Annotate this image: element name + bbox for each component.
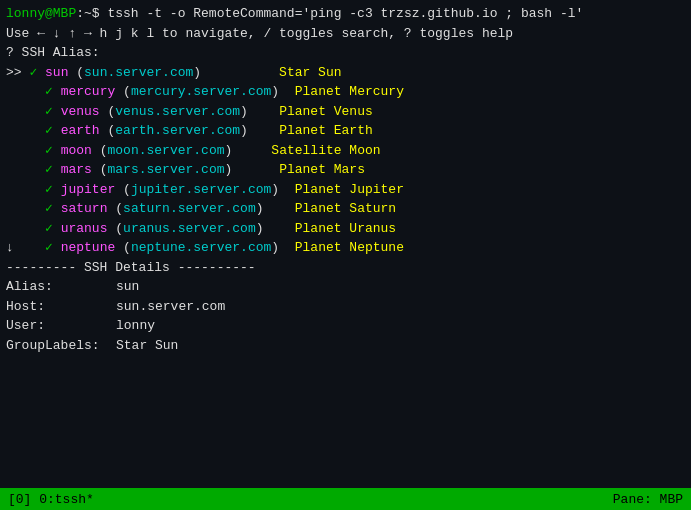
paren-open: ( bbox=[100, 121, 116, 141]
indent bbox=[6, 199, 45, 219]
check-icon: ✓ bbox=[45, 82, 61, 102]
list-item[interactable]: ✓ jupiter ( jupiter.server.com ) Planet … bbox=[6, 180, 685, 200]
alias-value: sun bbox=[116, 277, 139, 297]
host-text: neptune.server.com bbox=[131, 238, 271, 258]
group-value: Star Sun bbox=[116, 336, 178, 356]
prompt-user: lonny@MBP bbox=[6, 4, 76, 24]
paren-open: ( bbox=[92, 160, 108, 180]
indent bbox=[6, 102, 45, 122]
host-value: sun.server.com bbox=[116, 297, 225, 317]
alias-label: Alias: bbox=[6, 277, 116, 297]
nav-hint-line: Use ← ↓ ↑ → h j k l to navigate, / toggl… bbox=[6, 24, 685, 44]
list-item[interactable]: ✓ saturn ( saturn.server.com ) Planet Sa… bbox=[6, 199, 685, 219]
ssh-alias-label: ? SSH Alias: bbox=[6, 43, 100, 63]
list-item[interactable]: ✓ moon ( moon.server.com ) Satellite Moo… bbox=[6, 141, 685, 161]
list-item[interactable]: ✓ earth ( earth.server.com ) Planet Eart… bbox=[6, 121, 685, 141]
list-item[interactable]: ✓ mars ( mars.server.com ) Planet Mars bbox=[6, 160, 685, 180]
status-session: [0] 0:tssh* bbox=[8, 492, 94, 507]
alias-text: venus bbox=[61, 102, 100, 122]
paren-close: ) bbox=[271, 180, 279, 200]
list-item[interactable]: ✓ mercury ( mercury.server.com ) Planet … bbox=[6, 82, 685, 102]
spacer bbox=[279, 238, 295, 258]
label-text: Planet Venus bbox=[279, 102, 373, 122]
detail-host-line: Host: sun.server.com bbox=[6, 297, 685, 317]
label-text: Planet Jupiter bbox=[295, 180, 404, 200]
check-icon: ✓ bbox=[45, 160, 61, 180]
spacer bbox=[248, 102, 279, 122]
list-item[interactable]: >> ✓ sun ( sun.server.com ) Star Sun bbox=[6, 63, 685, 83]
prompt-command: tssh -t -o RemoteCommand='ping -c3 trzsz… bbox=[107, 4, 583, 24]
list-item[interactable]: ✓ venus ( venus.server.com ) Planet Venu… bbox=[6, 102, 685, 122]
paren-open: ( bbox=[68, 63, 84, 83]
paren-close: ) bbox=[225, 141, 233, 161]
details-separator: --------- SSH Details ---------- bbox=[6, 258, 256, 278]
paren-close: ) bbox=[256, 219, 264, 239]
prompt-separator: :~$ bbox=[76, 4, 107, 24]
alias-text: uranus bbox=[61, 219, 108, 239]
indent bbox=[6, 82, 45, 102]
detail-group-line: GroupLabels: Star Sun bbox=[6, 336, 685, 356]
host-text: sun.server.com bbox=[84, 63, 193, 83]
check-icon: ✓ bbox=[45, 219, 61, 239]
host-text: mercury.server.com bbox=[131, 82, 271, 102]
paren-close: ) bbox=[271, 82, 279, 102]
indent bbox=[6, 219, 45, 239]
host-text: uranus.server.com bbox=[123, 219, 256, 239]
indent bbox=[6, 160, 45, 180]
label-text: Satellite Moon bbox=[271, 141, 380, 161]
label-text: Planet Earth bbox=[279, 121, 373, 141]
check-icon: ✓ bbox=[45, 121, 61, 141]
paren-open: ( bbox=[115, 82, 131, 102]
status-pane: Pane: MBP bbox=[613, 492, 683, 507]
paren-close: ) bbox=[240, 121, 248, 141]
alias-text: neptune bbox=[61, 238, 116, 258]
check-icon: ✓ bbox=[45, 199, 61, 219]
terminal[interactable]: lonny@MBP:~$ tssh -t -o RemoteCommand='p… bbox=[0, 0, 691, 488]
spacer bbox=[201, 63, 279, 83]
paren-open: ( bbox=[107, 219, 123, 239]
host-text: saturn.server.com bbox=[123, 199, 256, 219]
paren-close: ) bbox=[271, 238, 279, 258]
alias-text: jupiter bbox=[61, 180, 116, 200]
paren-open: ( bbox=[100, 102, 116, 122]
check-icon: ✓ bbox=[45, 238, 61, 258]
alias-text: mars bbox=[61, 160, 92, 180]
host-text: venus.server.com bbox=[115, 102, 240, 122]
host-text: mars.server.com bbox=[107, 160, 224, 180]
indent bbox=[6, 180, 45, 200]
status-left: [0] 0:tssh* bbox=[8, 492, 94, 507]
check-icon: ✓ bbox=[29, 63, 45, 83]
alias-text: moon bbox=[61, 141, 92, 161]
detail-user-line: User: lonny bbox=[6, 316, 685, 336]
spacer bbox=[232, 141, 271, 161]
paren-open: ( bbox=[115, 180, 131, 200]
user-label: User: bbox=[6, 316, 116, 336]
ssh-alias-label-line: ? SSH Alias: bbox=[6, 43, 685, 63]
host-text: moon.server.com bbox=[107, 141, 224, 161]
check-icon: ✓ bbox=[45, 102, 61, 122]
nav-hint-text: Use ← ↓ ↑ → h j k l to navigate, / toggl… bbox=[6, 24, 513, 44]
spacer bbox=[279, 82, 295, 102]
list-item[interactable]: ✓ uranus ( uranus.server.com ) Planet Ur… bbox=[6, 219, 685, 239]
indent bbox=[6, 121, 45, 141]
prompt-line: lonny@MBP:~$ tssh -t -o RemoteCommand='p… bbox=[6, 4, 685, 24]
label-text: Planet Saturn bbox=[295, 199, 396, 219]
list-item[interactable]: ↓ ✓ neptune ( neptune.server.com ) Plane… bbox=[6, 238, 685, 258]
alias-text: saturn bbox=[61, 199, 108, 219]
user-value: lonny bbox=[116, 316, 155, 336]
paren-close: ) bbox=[240, 102, 248, 122]
check-icon: ✓ bbox=[45, 141, 61, 161]
alias-text: mercury bbox=[61, 82, 116, 102]
paren-close: ) bbox=[193, 63, 201, 83]
down-arrow-indicator: ↓ bbox=[6, 238, 45, 258]
spacer bbox=[279, 180, 295, 200]
label-text: Planet Mars bbox=[279, 160, 365, 180]
details-separator-line: --------- SSH Details ---------- bbox=[6, 258, 685, 278]
alias-text: sun bbox=[45, 63, 68, 83]
host-text: jupiter.server.com bbox=[131, 180, 271, 200]
paren-open: ( bbox=[107, 199, 123, 219]
spacer bbox=[248, 121, 279, 141]
label-text: Planet Neptune bbox=[295, 238, 404, 258]
host-text: earth.server.com bbox=[115, 121, 240, 141]
spacer bbox=[264, 219, 295, 239]
